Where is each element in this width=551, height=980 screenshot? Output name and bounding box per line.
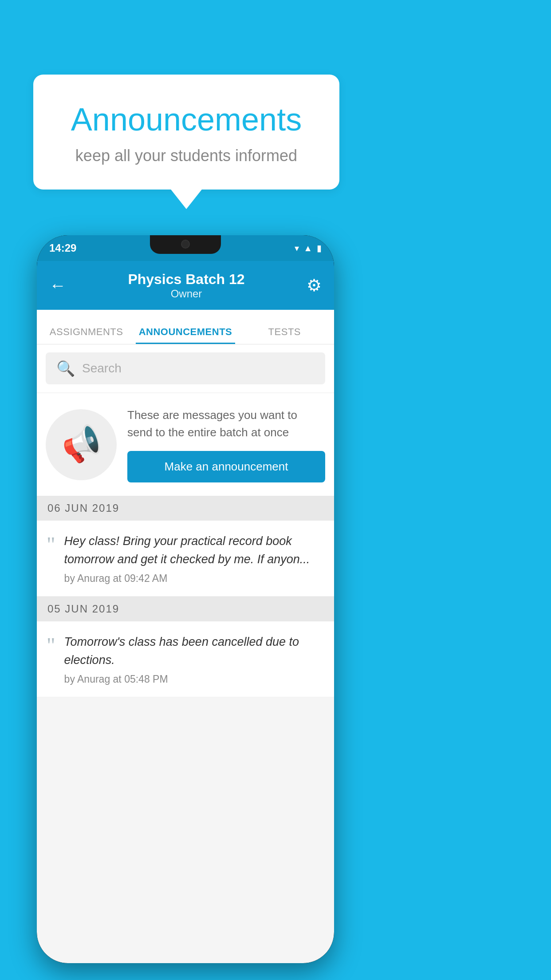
announcement-item-2[interactable]: " Tomorrow's class has been cancelled du… [37,621,334,697]
phone-frame: 14:29 ▾ ▲ ▮ ← Physics Batch 12 Owner ⚙ A… [37,235,334,963]
promo-section: 📢 These are messages you want to send to… [37,393,334,496]
date-label-2: 05 JUN 2019 [47,603,119,615]
announcement-text-2: Tomorrow's class has been cancelled due … [64,633,324,669]
app-bar: ← Physics Batch 12 Owner ⚙ [37,261,334,310]
date-separator-2: 05 JUN 2019 [37,597,334,621]
screen-content: 🔍 Search 📢 These are messages you want t… [37,344,334,963]
announcement-text-1: Hey class! Bring your practical record b… [64,532,324,568]
wifi-icon: ▾ [295,243,299,253]
announcement-meta-2: by Anurag at 05:48 PM [64,673,324,685]
search-input[interactable]: 🔍 Search [46,352,325,384]
date-separator-1: 06 JUN 2019 [37,496,334,521]
notch [150,235,221,254]
batch-title: Physics Batch 12 [128,271,244,288]
back-button[interactable]: ← [49,276,66,295]
phone-inner: 14:29 ▾ ▲ ▮ ← Physics Batch 12 Owner ⚙ A… [37,235,334,963]
search-bar-container: 🔍 Search [37,344,334,392]
status-time: 14:29 [49,242,76,254]
quote-icon-2: " [47,635,55,656]
signal-icon: ▲ [303,243,312,253]
date-label-1: 06 JUN 2019 [47,502,119,514]
tab-assignments[interactable]: ASSIGNMENTS [37,326,136,344]
tabs: ASSIGNMENTS ANNOUNCEMENTS TESTS [37,310,334,344]
search-placeholder: Search [82,361,122,375]
speech-bubble-subtitle: keep all your students informed [55,146,317,165]
app-bar-center: Physics Batch 12 Owner [128,271,244,300]
speech-bubble-title: Announcements [55,101,317,138]
settings-icon[interactable]: ⚙ [307,276,322,295]
tab-announcements[interactable]: ANNOUNCEMENTS [136,326,235,344]
battery-icon: ▮ [317,243,322,253]
megaphone-icon: 📢 [57,421,106,468]
announcement-content-2: Tomorrow's class has been cancelled due … [64,633,324,685]
camera [181,240,190,249]
announcement-meta-1: by Anurag at 09:42 AM [64,573,324,585]
batch-subtitle: Owner [128,288,244,300]
promo-right: These are messages you want to send to t… [127,407,325,482]
make-announcement-button[interactable]: Make an announcement [127,451,325,482]
search-icon: 🔍 [56,360,75,377]
quote-icon-1: " [47,534,55,555]
announcement-content-1: Hey class! Bring your practical record b… [64,532,324,585]
tab-tests[interactable]: TESTS [235,326,334,344]
status-icons: ▾ ▲ ▮ [295,243,322,253]
speech-bubble: Announcements keep all your students inf… [33,75,339,190]
announcement-item-1[interactable]: " Hey class! Bring your practical record… [37,521,334,597]
promo-description: These are messages you want to send to t… [127,407,325,441]
megaphone-circle: 📢 [46,409,117,480]
